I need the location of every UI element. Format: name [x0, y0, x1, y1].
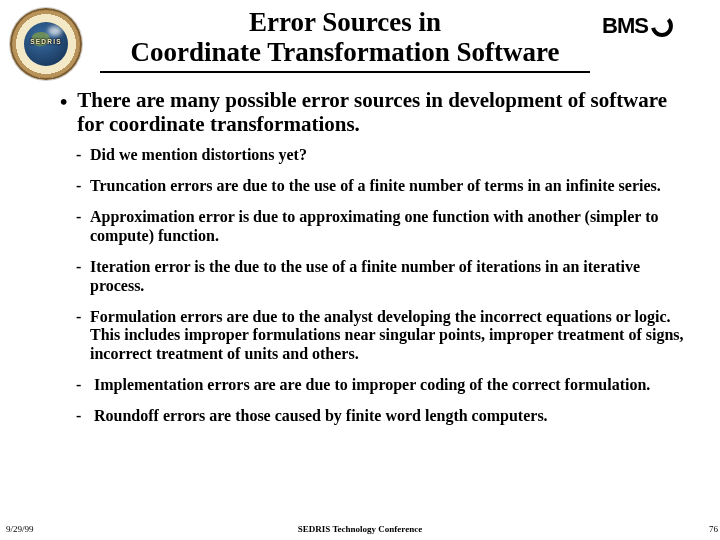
sub-bullet-text: Formulation errors are due to the analys… [90, 308, 690, 365]
sub-bullet: - Implementation errors are are due to i… [76, 376, 690, 395]
sub-bullet: - Iteration error is the due to the use … [76, 258, 690, 296]
title-line-2: Coordinate Transformation Software [131, 37, 560, 67]
dash-icon: - [76, 177, 84, 196]
slide-body: • There are many possible error sources … [60, 88, 690, 438]
main-bullet-text: There are many possible error sources in… [77, 88, 690, 136]
title-block: Error Sources in Coordinate Transformati… [100, 8, 590, 73]
bms-logo-text: BMS [602, 13, 648, 39]
dash-icon: - [76, 208, 84, 246]
bullet-dot-icon: • [60, 88, 67, 136]
dash-icon: - [76, 376, 84, 395]
title-underline [100, 71, 590, 73]
dash-icon: - [76, 308, 84, 365]
sub-bullet-text: Iteration error is the due to the use of… [90, 258, 690, 296]
sub-bullet-list: - Did we mention distortions yet? - Trun… [76, 146, 690, 426]
main-bullet: • There are many possible error sources … [60, 88, 690, 136]
slide: SEDRIS BMS Error Sources in Coordinate T… [0, 0, 720, 540]
dash-icon: - [76, 258, 84, 296]
dash-icon: - [76, 407, 84, 426]
sub-bullet: - Truncation errors are due to the use o… [76, 177, 690, 196]
sedris-logo: SEDRIS [10, 8, 82, 80]
sub-bullet: - Formulation errors are due to the anal… [76, 308, 690, 365]
bms-arc-icon [651, 15, 673, 37]
sub-bullet-text: Truncation errors are due to the use of … [90, 177, 661, 196]
footer-conference: SEDRIS Technology Conference [0, 524, 720, 534]
sub-bullet-text: Did we mention distortions yet? [90, 146, 307, 165]
sub-bullet-text: Approximation error is due to approximat… [90, 208, 690, 246]
sub-bullet-text: Roundoff errors are those caused by fini… [94, 407, 548, 426]
title-line-1: Error Sources in [249, 7, 441, 37]
slide-title: Error Sources in Coordinate Transformati… [100, 8, 590, 67]
sedris-logo-label: SEDRIS [10, 38, 82, 45]
sub-bullet: - Did we mention distortions yet? [76, 146, 690, 165]
bms-logo: BMS [602, 14, 702, 38]
dash-icon: - [76, 146, 84, 165]
sub-bullet: - Approximation error is due to approxim… [76, 208, 690, 246]
sub-bullet-text: Implementation errors are are due to imp… [94, 376, 650, 395]
footer-page-number: 76 [709, 524, 718, 534]
sub-bullet: - Roundoff errors are those caused by fi… [76, 407, 690, 426]
